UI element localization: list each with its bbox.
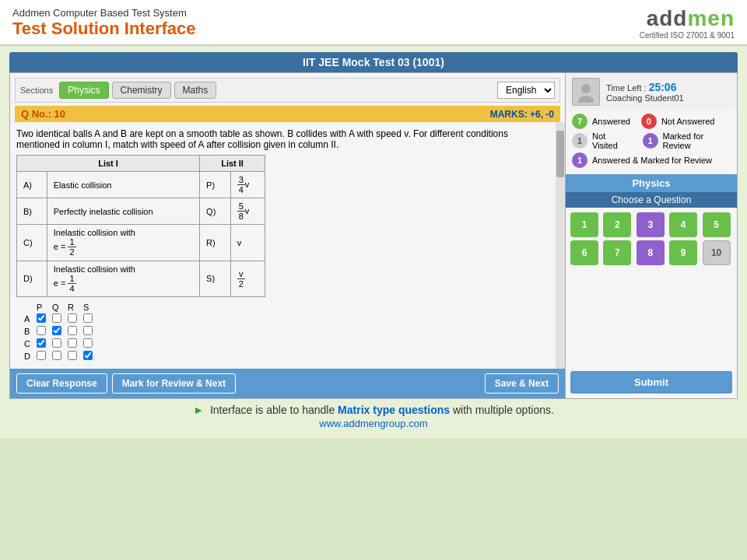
- cb-row-d-label: D: [21, 350, 33, 362]
- question-number: Q No.: 10: [21, 108, 65, 120]
- legend-not-answered-label: Not Answered: [661, 117, 714, 126]
- content-area: Sections Physics Chemistry Maths English…: [9, 72, 738, 399]
- row-b-col2: 58v: [230, 198, 265, 225]
- question-bar: Q No.: 10 MARKS: +6, -0: [15, 106, 560, 122]
- app-title-big: Test Solution Interface: [12, 19, 196, 39]
- question-scroll-wrapper: Two identical balls A and B are kept on …: [10, 122, 565, 369]
- q-btn-7[interactable]: 7: [603, 240, 631, 265]
- q-btn-9[interactable]: 9: [669, 240, 697, 265]
- choose-q-label: Choose a Question: [566, 192, 737, 208]
- avatar: [572, 78, 600, 106]
- row-d-col1: Inelastic collision with e = 14: [47, 261, 199, 296]
- badge-marked: 1: [643, 133, 658, 149]
- tab-maths[interactable]: Maths: [174, 82, 217, 99]
- sections-bar: Sections Physics Chemistry Maths English…: [15, 78, 560, 103]
- row-d-col2: v2: [230, 261, 265, 296]
- cb-a-p[interactable]: [37, 313, 46, 323]
- badge-not-answered: 0: [641, 114, 657, 129]
- cb-b-s[interactable]: [83, 326, 93, 335]
- mark-review-button[interactable]: Mark for Review & Next: [112, 373, 236, 394]
- row-b-id2: Q): [200, 198, 231, 225]
- legend-answered: 7 Answered 0 Not Answered: [572, 114, 731, 129]
- cb-header-p: P: [33, 302, 49, 313]
- question-grid: 1 2 3 4 5 6 7 8 9 10: [566, 208, 737, 270]
- cb-b-q[interactable]: [52, 326, 61, 335]
- cb-c-p[interactable]: [37, 338, 46, 348]
- svg-point-0: [581, 84, 591, 93]
- legend-answered-marked-label: Answered & Marked for Review: [592, 156, 712, 165]
- svg-point-1: [578, 96, 594, 103]
- col1-header: List I: [17, 156, 200, 172]
- q-btn-10[interactable]: 10: [703, 240, 731, 265]
- q-btn-1[interactable]: 1: [570, 212, 598, 237]
- user-time-info: Time Left : 25:06 Coaching Student01: [606, 81, 731, 103]
- row-c-col1: Inelastic collision with e = 12: [47, 225, 199, 261]
- time-left-label: Time Left : 25:06: [606, 81, 731, 93]
- submit-button[interactable]: Submit: [570, 371, 732, 394]
- row-d-id: D): [17, 261, 47, 296]
- q-btn-8[interactable]: 8: [637, 240, 665, 265]
- time-left-value: 25:06: [649, 81, 677, 93]
- footer-url: www.addmengroup.com: [9, 418, 738, 432]
- main-container: IIT JEE Mock Test 03 (1001) Sections Phy…: [0, 46, 747, 439]
- test-title-bar: IIT JEE Mock Test 03 (1001): [9, 52, 738, 72]
- language-select[interactable]: English Hindi: [497, 82, 555, 99]
- cb-header-r: R: [65, 302, 80, 313]
- row-b-id: B): [17, 198, 47, 225]
- cb-a-s[interactable]: [83, 313, 93, 323]
- arrow-icon: ►: [193, 404, 204, 416]
- save-next-button[interactable]: Save & Next: [485, 373, 559, 394]
- cb-b-p[interactable]: [37, 326, 46, 335]
- q-btn-2[interactable]: 2: [603, 212, 631, 237]
- footer-part1: Interface is able to handle: [210, 404, 338, 416]
- cb-c-r[interactable]: [68, 338, 77, 348]
- logo-area: addmen Certified ISO 27001 & 9001: [640, 6, 735, 40]
- row-c-col2: v: [230, 225, 265, 261]
- q-btn-3[interactable]: 3: [637, 212, 665, 237]
- question-content: Two identical balls A and B are kept on …: [10, 122, 556, 369]
- cb-a-r[interactable]: [68, 313, 77, 323]
- cb-d-q[interactable]: [52, 351, 61, 360]
- clear-response-button[interactable]: Clear Response: [16, 373, 107, 394]
- badge-answered: 7: [572, 114, 587, 129]
- badge-answered-marked: 1: [572, 152, 587, 168]
- top-header: Addmen Computer Based Test System Test S…: [0, 0, 747, 46]
- cb-d-r[interactable]: [68, 351, 77, 360]
- checkbox-table: P Q R S A: [21, 302, 96, 362]
- footer-highlight: Matrix type questions: [338, 404, 450, 416]
- section-heading: Physics: [566, 174, 737, 192]
- tab-physics[interactable]: Physics: [59, 82, 108, 99]
- logo-subtitle: Certified ISO 27001 & 9001: [640, 31, 735, 40]
- row-a-id: A): [17, 172, 47, 198]
- legend-answered-marked: 1 Answered & Marked for Review: [572, 152, 731, 168]
- badge-not-visited: 1: [572, 133, 587, 149]
- q-btn-5[interactable]: 5: [703, 212, 731, 237]
- q-btn-4[interactable]: 4: [669, 212, 697, 237]
- app-title-small: Addmen Computer Based Test System: [12, 7, 196, 19]
- legend-area: 7 Answered 0 Not Answered 1 Not Visited …: [566, 110, 737, 171]
- cb-c-q[interactable]: [52, 338, 61, 348]
- row-d-id2: S): [200, 261, 231, 296]
- cb-b-r[interactable]: [68, 326, 77, 335]
- col2-header: List II: [200, 156, 265, 172]
- cb-d-s[interactable]: [83, 351, 93, 360]
- marks-info: MARKS: +6, -0: [490, 109, 554, 120]
- cb-c-s[interactable]: [83, 338, 93, 348]
- row-a-col1: Elastic collision: [47, 172, 199, 198]
- scroll-bar[interactable]: [556, 122, 565, 369]
- footer-part2: with multiple options.: [450, 404, 554, 416]
- cb-header-empty: [21, 302, 33, 313]
- checkbox-grid: P Q R S A: [21, 302, 545, 362]
- matrix-table: List I List II A) Elastic collision P) 3…: [16, 155, 265, 297]
- sections-label: Sections: [20, 86, 53, 95]
- cb-header-s: S: [80, 302, 96, 313]
- row-c-id2: R): [200, 225, 231, 261]
- header-left: Addmen Computer Based Test System Test S…: [12, 7, 196, 39]
- row-c-id: C): [17, 225, 47, 261]
- legend-not-visited: 1 Not Visited 1 Marked for Review: [572, 131, 731, 150]
- q-btn-6[interactable]: 6: [570, 240, 598, 265]
- cb-d-p[interactable]: [37, 351, 46, 360]
- tab-chemistry[interactable]: Chemistry: [112, 82, 171, 99]
- cb-a-q[interactable]: [52, 313, 61, 323]
- cb-row-c-label: C: [21, 338, 33, 350]
